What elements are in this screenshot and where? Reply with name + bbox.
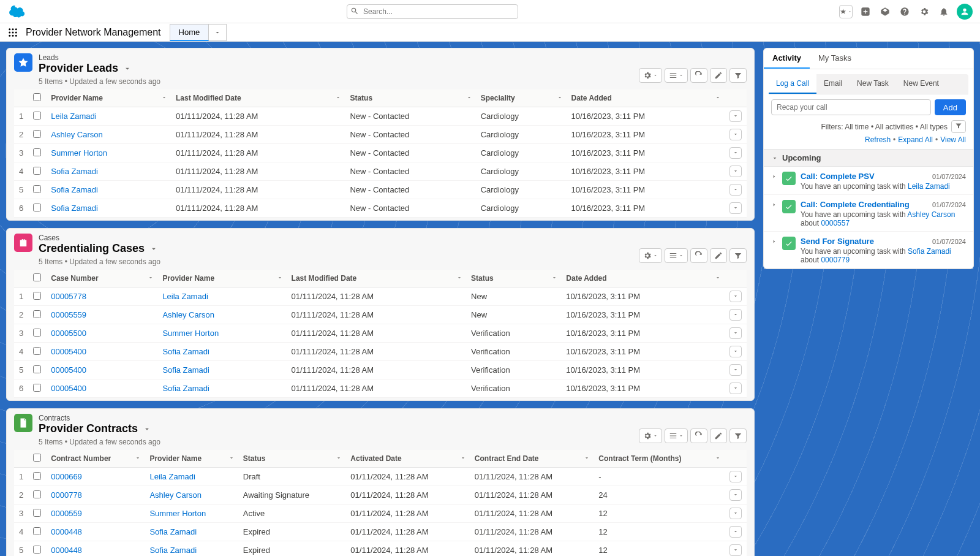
row-actions-button[interactable] [729,544,742,556]
cases-refresh-button[interactable] [690,248,707,263]
chevron-down-icon[interactable] [148,275,154,281]
chevron-down-icon[interactable] [135,455,141,461]
row-checkbox[interactable] [33,472,41,480]
cell-link[interactable]: Sofia Zamadi [162,365,209,375]
activity-title[interactable]: Call: Complete PSV [801,172,875,181]
leads-select-all[interactable] [33,93,41,101]
help-button[interactable] [898,5,911,18]
chevron-down-icon[interactable] [456,275,462,281]
contracts-listview-dropdown[interactable] [143,425,151,433]
row-checkbox[interactable] [33,204,41,211]
row-actions-button[interactable] [729,471,742,482]
row-actions-button[interactable] [729,166,742,177]
cell-link[interactable]: Sofia Zamadi [51,185,98,194]
chevron-down-icon[interactable] [715,455,721,461]
chevron-down-icon[interactable] [557,94,563,101]
leads-edit-button[interactable] [710,68,727,83]
chevron-right-icon[interactable] [771,202,777,208]
chevron-down-icon[interactable] [228,455,235,461]
leads-col-3[interactable]: Speciality [476,89,567,107]
row-checkbox[interactable] [33,130,41,138]
cases-filter-button[interactable] [729,248,747,263]
leads-refresh-button[interactable] [690,68,707,83]
cases-edit-button[interactable] [710,248,727,263]
row-actions-button[interactable] [729,184,742,196]
row-checkbox[interactable] [33,112,41,120]
row-actions-button[interactable] [729,129,742,140]
row-actions-button[interactable] [729,291,742,302]
row-actions-button[interactable] [729,327,742,339]
contracts-select-all[interactable] [33,454,41,462]
cell-link[interactable]: Sofia Zamadi [162,347,209,356]
row-actions-button[interactable] [729,489,742,501]
leads-listview-dropdown[interactable] [123,64,132,73]
view-all-link[interactable]: View All [940,135,966,144]
row-checkbox[interactable] [33,527,41,535]
chevron-down-icon[interactable] [551,275,557,281]
side-tab-mytasks[interactable]: My Tasks [810,48,860,69]
chevron-down-icon[interactable] [466,94,472,101]
row-checkbox[interactable] [33,167,41,175]
row-checkbox[interactable] [33,310,41,318]
row-actions-button[interactable] [729,526,742,538]
cases-display-button[interactable] [665,248,688,263]
cell-link[interactable]: 0000448 [51,546,82,555]
row-checkbox[interactable] [33,185,41,193]
notifications-button[interactable] [937,5,951,18]
chevron-down-icon[interactable] [715,275,721,281]
row-checkbox[interactable] [33,490,41,498]
cell-link[interactable]: Sofia Zamadi [149,527,197,536]
leads-col-4[interactable]: Date Added [567,89,725,107]
cell-link[interactable]: 0000669 [51,472,82,481]
cell-link[interactable]: Leila Zamadi [162,292,208,301]
cases-listview-dropdown[interactable] [149,245,158,253]
row-checkbox[interactable] [33,329,41,337]
cell-link[interactable]: Summer Horton [162,329,219,338]
filter-button[interactable] [951,120,966,133]
global-search-input[interactable] [347,4,518,19]
contracts-col-1[interactable]: Provider Name [145,450,238,468]
cell-link[interactable]: 00005559 [51,310,86,319]
chevron-down-icon[interactable] [460,455,466,461]
cell-link[interactable]: 00005778 [51,292,86,301]
contracts-display-button[interactable] [665,428,688,443]
chevron-down-icon[interactable] [715,94,721,101]
setup-gear-button[interactable] [918,5,931,18]
tab-home[interactable]: Home [170,24,209,41]
row-checkbox[interactable] [33,292,41,300]
upcoming-section-header[interactable]: Upcoming [764,149,973,167]
cell-link[interactable]: Ashley Carson [51,130,103,139]
chevron-down-icon[interactable] [335,94,341,101]
chevron-right-icon[interactable] [771,238,777,245]
tab-home-dropdown[interactable] [209,24,227,41]
contracts-col-3[interactable]: Activated Date [345,450,469,468]
cell-link[interactable]: Sofia Zamadi [162,384,209,393]
action-tab-new-task[interactable]: New Task [850,74,896,94]
row-checkbox[interactable] [33,509,41,517]
cell-link[interactable]: Ashley Carson [162,310,214,319]
cell-link[interactable]: Summer Horton [51,148,107,158]
cell-link[interactable]: Leila Zamadi [51,112,96,121]
expand-all-link[interactable]: Expand All [898,135,933,144]
cases-select-all[interactable] [33,273,41,281]
contracts-edit-button[interactable] [710,428,727,443]
cell-link[interactable]: 0000559 [51,509,82,518]
side-tab-activity[interactable]: Activity [764,48,810,69]
row-actions-button[interactable] [729,508,742,519]
activity-link[interactable]: 0000779 [821,256,850,264]
action-tab-log-call[interactable]: Log a Call [769,74,816,94]
chevron-down-icon[interactable] [277,275,283,281]
cell-link[interactable]: Sofia Zamadi [51,167,98,176]
cell-link[interactable]: Leila Zamadi [149,472,195,481]
row-actions-button[interactable] [729,383,742,394]
cell-link[interactable]: 0000448 [51,527,82,536]
leads-display-button[interactable] [665,68,688,83]
add-button[interactable]: Add [935,99,966,115]
cell-link[interactable]: Ashley Carson [149,490,202,500]
chevron-down-icon[interactable] [161,94,167,101]
row-checkbox[interactable] [33,148,41,156]
cell-link[interactable]: Sofia Zamadi [51,204,98,213]
add-button[interactable] [859,5,872,18]
activity-link[interactable]: 0000557 [821,219,850,227]
row-actions-button[interactable] [729,364,742,376]
